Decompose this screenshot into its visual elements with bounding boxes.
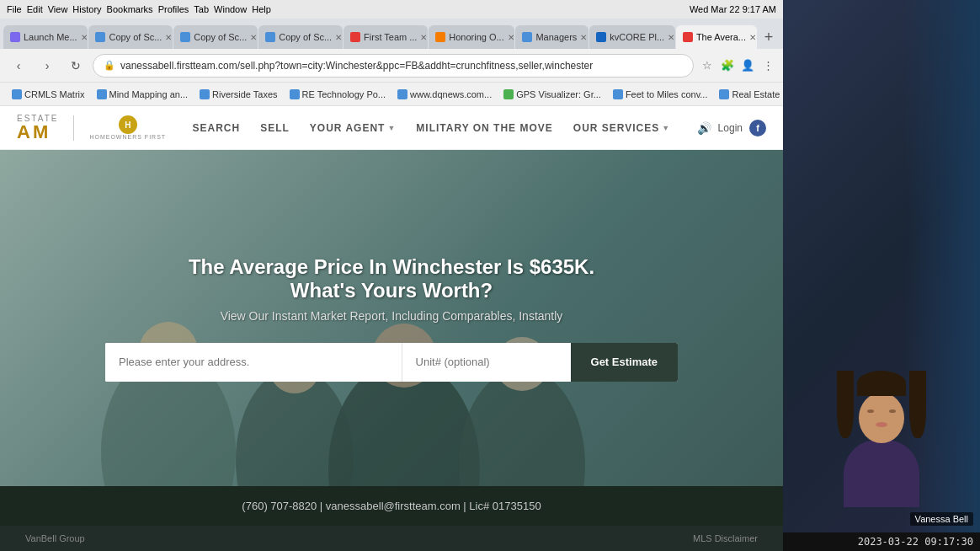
bookmark-label: Feet to Miles conv... xyxy=(626,89,708,99)
tab-kvcore[interactable]: kvCORE Pl... ✕ xyxy=(589,25,675,49)
nav-military[interactable]: MILITARY ON THE MOVE xyxy=(416,122,552,134)
tab-close-icon[interactable]: ✕ xyxy=(250,33,257,42)
chevron-down-icon: ▼ xyxy=(387,124,396,132)
tab-favicon xyxy=(180,32,190,42)
bookmark-favicon xyxy=(97,89,107,99)
new-tab-button[interactable]: + xyxy=(758,25,780,49)
menu-edit[interactable]: Edit xyxy=(27,4,43,14)
site-footer: (760) 707-8820 | vanessabell@firstteam.c… xyxy=(0,486,783,526)
hero-subtitle-text: What's Yours Worth? xyxy=(290,279,493,302)
url-bar[interactable]: 🔒 vanessabell.firstteam.com/sell.php?tow… xyxy=(93,54,694,78)
nav-search[interactable]: SEARCH xyxy=(193,122,241,134)
tab-label: Copy of Sc... xyxy=(194,32,247,42)
tab-close-icon[interactable]: ✕ xyxy=(668,33,674,42)
mouth xyxy=(876,422,887,427)
bookmark-mindmap[interactable]: Mind Mapping an... xyxy=(92,88,194,101)
extension-puzzle-icon[interactable]: 🧩 xyxy=(719,57,736,74)
bookmark-label: Riverside Taxes xyxy=(212,89,277,99)
eye-right xyxy=(889,409,896,413)
bookmark-re-tech[interactable]: RE Technology Po... xyxy=(285,88,391,101)
bookmark-label: GPS Visualizer: Gr... xyxy=(516,89,601,99)
bookmark-dqnews[interactable]: www.dqnews.com... xyxy=(392,88,497,101)
browser-nav-icons: ☆ 🧩 👤 ⋮ xyxy=(699,57,776,74)
profile-icon[interactable]: 👤 xyxy=(739,57,756,74)
tab-copy3[interactable]: Copy of Sc... ✕ xyxy=(258,25,343,49)
facebook-icon[interactable]: f xyxy=(749,120,766,136)
logo-hf-label: HOMEOWNERS FIRST xyxy=(89,134,166,140)
os-menu-bar: File Edit View History Bookmarks Profile… xyxy=(0,0,783,19)
browser-nav-bar: ‹ › ↻ 🔒 vanessabell.firstteam.com/sell.p… xyxy=(0,49,783,83)
login-area[interactable]: 🔊 Login f xyxy=(697,120,766,136)
unit-input[interactable] xyxy=(402,343,571,382)
video-feed: Vanessa Bell xyxy=(783,0,980,532)
get-estimate-button[interactable]: Get Estimate xyxy=(571,343,678,382)
bookmark-favicon xyxy=(503,89,514,99)
tab-label: kvCORE Pl... xyxy=(610,32,664,42)
site-navigation: SEARCH SELL YOUR AGENT ▼ MILITARY ON THE… xyxy=(193,122,671,134)
person-head xyxy=(859,393,904,443)
tab-favicon xyxy=(683,32,693,42)
nav-our-services[interactable]: OUR SERVICES ▼ xyxy=(573,122,670,134)
menu-profiles[interactable]: Profiles xyxy=(158,4,189,14)
video-name-badge: Vanessa Bell xyxy=(910,512,973,526)
footer-company: VanBell Group xyxy=(25,533,85,543)
chevron-down-icon: ▼ xyxy=(662,124,670,132)
tab-favicon xyxy=(435,32,445,42)
tab-close-icon[interactable]: ✕ xyxy=(335,33,342,42)
tab-close-icon[interactable]: ✕ xyxy=(580,33,587,42)
tab-label: The Avera... xyxy=(696,32,746,42)
tab-label: First Team ... xyxy=(364,32,417,42)
tab-label: Copy of Sc... xyxy=(109,32,162,42)
tab-copy2[interactable]: Copy of Sc... ✕ xyxy=(173,25,258,49)
tab-close-icon[interactable]: ✕ xyxy=(81,33,88,42)
tab-copy1[interactable]: Copy of Sc... ✕ xyxy=(88,25,173,49)
tab-close-icon[interactable]: ✕ xyxy=(749,33,756,42)
bookmark-label: CRMLS Matrix xyxy=(24,89,85,99)
menu-view[interactable]: View xyxy=(48,4,68,14)
reload-button[interactable]: ↻ xyxy=(64,54,88,78)
bookmark-favicon xyxy=(12,89,22,99)
nav-sell[interactable]: SELL xyxy=(260,122,290,134)
logo-ft: ESTATE AM xyxy=(17,114,58,142)
nav-your-agent[interactable]: YOUR AGENT ▼ xyxy=(310,122,396,134)
os-datetime: Wed Mar 22 9:17 AM xyxy=(690,4,776,14)
tab-the-average[interactable]: The Avera... ✕ xyxy=(676,25,757,49)
back-button[interactable]: ‹ xyxy=(7,54,30,78)
tab-launch-me[interactable]: Launch Me... ✕ xyxy=(3,25,88,49)
footer-bottom: VanBell Group MLS Disclaimer xyxy=(0,526,783,551)
bookmark-label: RE Technology Po... xyxy=(302,89,386,99)
forward-button[interactable]: › xyxy=(35,54,59,78)
bookmark-feet[interactable]: Feet to Miles conv... xyxy=(608,88,713,101)
menu-file[interactable]: File xyxy=(7,4,22,14)
tab-favicon xyxy=(10,32,20,42)
person-body xyxy=(844,440,919,507)
menu-tab[interactable]: Tab xyxy=(194,4,209,14)
tab-first-team[interactable]: First Team ... ✕ xyxy=(344,25,428,49)
bookmark-gps[interactable]: GPS Visualizer: Gr... xyxy=(498,88,606,101)
menu-history[interactable]: History xyxy=(72,4,101,14)
hero-section: The Average Price In Winchester Is $635K… xyxy=(0,150,783,486)
tab-honoring[interactable]: Honoring O... ✕ xyxy=(429,25,514,49)
hair-right xyxy=(909,371,926,438)
bookmark-realestate[interactable]: Real Estate Marbl... xyxy=(714,88,783,101)
logo-hf: H HOMEOWNERS FIRST xyxy=(89,115,166,140)
tab-close-icon[interactable]: ✕ xyxy=(508,33,514,42)
menu-help[interactable]: Help xyxy=(252,4,271,14)
login-label[interactable]: Login xyxy=(718,122,743,134)
tab-close-icon[interactable]: ✕ xyxy=(420,33,427,42)
tab-favicon xyxy=(522,32,532,42)
browser-window: File Edit View History Bookmarks Profile… xyxy=(0,0,783,551)
tab-managers[interactable]: Managers ✕ xyxy=(515,25,589,49)
menu-window[interactable]: Window xyxy=(214,4,247,14)
menu-bookmarks[interactable]: Bookmarks xyxy=(107,4,153,14)
address-input[interactable] xyxy=(105,343,402,382)
browser-tabs-bar: Launch Me... ✕ Copy of Sc... ✕ Copy of S… xyxy=(0,19,783,49)
bookmark-star-icon[interactable]: ☆ xyxy=(699,57,716,74)
bookmark-crmls[interactable]: CRMLS Matrix xyxy=(7,88,90,101)
bookmark-favicon xyxy=(719,89,729,99)
tab-close-icon[interactable]: ✕ xyxy=(165,33,172,42)
bookmarks-bar: CRMLS Matrix Mind Mapping an... Riversid… xyxy=(0,83,783,106)
menu-icon[interactable]: ⋮ xyxy=(759,57,776,74)
eye-left xyxy=(867,409,874,413)
bookmark-riverside-taxes[interactable]: Riverside Taxes xyxy=(194,88,282,101)
